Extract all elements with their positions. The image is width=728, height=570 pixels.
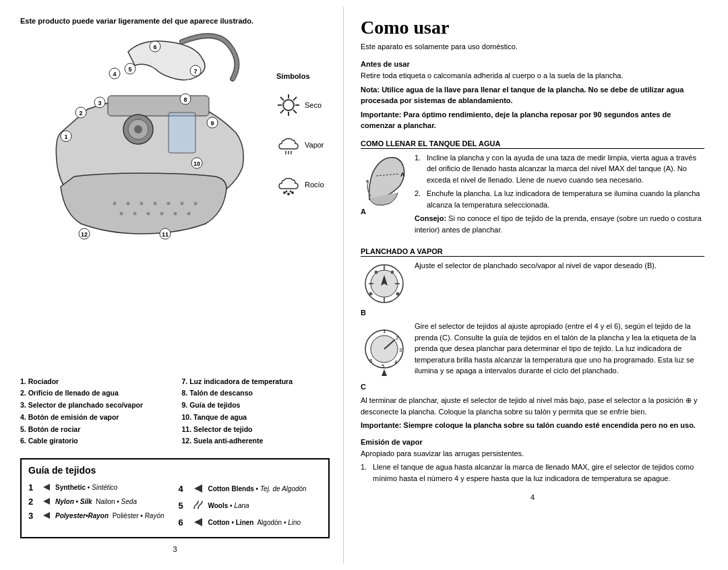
symbols-title: Símbolos [276,72,310,80]
part-1: 1. Rociador [20,377,169,387]
svg-point-5 [167,202,171,205]
svg-point-13 [187,212,191,216]
consejo-text: Consejo: Si no conoce el tipo de tejido … [415,213,704,235]
right-title: Como usar [361,17,704,38]
planchado-step1-text: Ajuste el selector de planchado seco/vap… [415,260,704,317]
svg-text:3: 3 [98,100,101,106]
guide-col-right: 4 Cotton Blends • Tej. de Algodón 5 [179,481,322,532]
guide-box: Guía de tejidos 1 Synthetic • Sintético … [20,458,330,538]
svg-point-57 [286,191,288,193]
svg-text:6: 6 [153,44,156,51]
parts-list: 1. Rociador 2. Orificio de llenado de ag… [20,377,330,449]
label-b: B [361,309,366,317]
svg-marker-60 [43,498,50,505]
guide-item-4: 4 Cotton Blends • Tej. de Algodón [179,481,322,496]
svg-point-10 [181,202,184,205]
arrow-icon-3 [40,509,53,521]
guide-title: Guía de tejidos [28,465,322,476]
svg-text:9: 9 [210,120,214,127]
right-page-number: 4 [361,493,704,501]
antes-text: Retire toda etiqueta o calcomanía adheri… [361,70,704,82]
svg-text:4: 4 [113,71,116,77]
part-11: 11. Selector de tejido [182,424,330,435]
svg-text:1: 1 [64,133,67,140]
label-c: C [361,383,366,391]
svg-point-55 [287,193,290,195]
svg-text:7: 7 [193,68,197,75]
arrow-icon-1 [40,481,53,493]
svg-line-50 [280,110,284,113]
svg-marker-87 [382,369,387,376]
part-6: 6. Cable giratorio [20,436,169,447]
tanque-row: A A 1. Incline la plancha y con la ayuda… [361,152,704,239]
planchado-row-c: 1 2 3 4 5 6 C Gire el selector de tejido… [361,321,704,391]
svg-text:8: 8 [183,96,187,103]
right-page: Como usar Este aparato es solamente para… [344,7,721,563]
svg-text:A: A [400,171,405,178]
part-7: 7. Luz indicadora de temperatura [182,377,330,387]
svg-text:10: 10 [193,160,200,167]
svg-point-66 [366,180,369,183]
part-5: 5. Botón de rociar [20,424,169,435]
part-9: 9. Guía de tejidos [182,400,330,411]
svg-point-16 [134,125,142,133]
emision-intro: Apropiado para suavizar las arrugas pers… [361,448,704,460]
nota-text: Nota: Utilice agua de la llave para llen… [361,84,704,106]
guide-item-5: 5 Wools • Lana [179,498,322,513]
guide-item-2: 2 Nylon • Silk Nailon • Seda [28,495,172,507]
svg-text:12: 12 [81,231,88,238]
svg-point-8 [147,212,150,216]
svg-marker-61 [43,512,50,519]
svg-text:5: 5 [382,363,385,369]
arrow-icon-6 [191,515,206,530]
svg-point-58 [290,191,292,193]
svg-point-3 [140,202,144,205]
svg-rect-17 [169,113,195,153]
importante1-text: Importante: Para óptimo rendimiento, dej… [361,109,704,131]
guide-item-1: 1 Synthetic • Sintético [28,481,172,493]
planchado-diagram-c: 1 2 3 4 5 6 C [361,321,408,391]
svg-point-4 [154,202,157,205]
svg-text:4: 4 [394,359,398,365]
svg-text:2: 2 [79,110,82,117]
iron-illustration: 1 2 3 4 5 6 [20,32,270,261]
svg-point-12 [174,212,177,216]
iron-tilt-icon: A [363,152,406,206]
svg-point-7 [133,212,137,216]
part-4: 4. Botón de emisión de vapor [20,412,169,423]
arrow-icon-4 [191,481,206,496]
seco-label: Seco [305,101,322,109]
svg-text:6: 6 [369,358,373,364]
part-10: 10. Tanque de agua [182,412,330,423]
guide-col-left: 1 Synthetic • Sintético 2 Nylon • Silk N… [28,481,172,532]
parts-col-1: 1. Rociador 2. Orificio de llenado de ag… [20,377,169,449]
emision-heading: Emisión de vapor [361,438,704,446]
tanque-steps: 1. Incline la plancha y con la ayuda de … [415,152,704,239]
part-2: 2. Orificio de llenado de agua [20,388,169,399]
sun-icon [276,93,301,117]
dial-c-icon: 1 2 3 4 5 6 [363,321,406,381]
svg-point-9 [160,212,164,216]
tanque-step-1: 1. Incline la plancha y con la ayuda de … [415,152,704,186]
symbols-area: Símbolos [270,32,330,370]
svg-marker-63 [194,518,202,526]
part-3: 3. Selector de planchado seco/vapor [20,400,169,411]
guide-item-6: 6 Cotton • Linen Algodón • Lino [179,515,322,530]
iron-diagram-area: 1 2 3 4 5 6 [20,32,330,370]
rocio-label: Rocío [305,181,324,189]
label-a: A [361,208,366,216]
svg-line-48 [293,110,297,113]
svg-point-77 [369,292,372,296]
svg-point-54 [283,191,286,194]
planchado-step2-text: Gire el selector de tejidos al ajuste ap… [415,321,704,391]
svg-point-75 [390,271,394,274]
svg-text:11: 11 [162,231,169,238]
svg-point-42 [283,100,294,110]
step3-text: Al terminar de planchar, ajuste el selec… [361,395,704,417]
left-page-number: 3 [20,545,330,553]
planchado-heading: PLANCHADO A VAPOR [361,247,704,257]
parts-col-2: 7. Luz indicadora de temperatura 8. Taló… [182,377,330,449]
arrow-icon-5 [191,498,206,513]
iron-svg: 1 2 3 4 5 6 [20,32,270,370]
svg-text:3: 3 [399,347,402,353]
